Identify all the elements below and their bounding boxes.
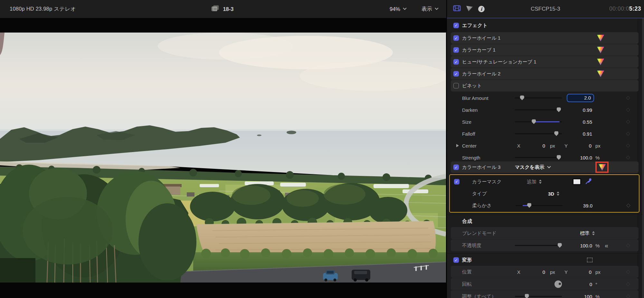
scale-all-slider[interactable] xyxy=(515,294,562,298)
param-row-position: 位置 X 0 px Y 0 px xyxy=(451,266,639,278)
center-x-unit: px xyxy=(550,143,555,148)
keyframe-diamond-icon[interactable] xyxy=(626,270,630,274)
zoom-menu-button[interactable]: 94% xyxy=(390,6,406,12)
darken-slider[interactable] xyxy=(515,107,562,112)
keyframe-diamond-icon[interactable] xyxy=(626,203,630,207)
center-y-value[interactable]: 0 xyxy=(572,143,592,148)
param-row-center: Center X 0 px Y 0 px xyxy=(451,139,639,151)
keyframe-diamond-icon[interactable] xyxy=(626,294,630,298)
blur-amount-value-field[interactable]: 2.0 xyxy=(567,94,594,102)
keyframe-diamond-icon[interactable] xyxy=(626,131,630,136)
inspector-scroll-rail[interactable] xyxy=(638,18,644,298)
effect-row-color-wheels-1[interactable]: カラーホイール 1 xyxy=(451,32,639,44)
color-mask-group-selected: カラーマスク 追加 xyxy=(449,174,639,213)
effect-checkbox[interactable] xyxy=(453,35,459,41)
param-row-falloff: Falloff 0.91 xyxy=(451,128,639,139)
color-cone-icon[interactable] xyxy=(596,70,605,78)
effects-checkbox[interactable] xyxy=(453,23,459,28)
scrollbar-strip[interactable] xyxy=(642,18,644,298)
y-axis-label: Y xyxy=(564,143,568,148)
mask-add-popup[interactable]: 追加 xyxy=(527,178,542,185)
effect-row-vignette[interactable]: ビネット xyxy=(451,80,639,91)
effect-checkbox[interactable] xyxy=(453,59,459,65)
opacity-slider[interactable] xyxy=(515,243,562,248)
position-y-value[interactable]: 0 xyxy=(572,269,592,274)
popup-stepper-icon xyxy=(539,179,542,184)
color-cone-icon[interactable] xyxy=(598,163,606,171)
eyedropper-icon[interactable] xyxy=(585,178,592,186)
keyframe-diamond-icon[interactable] xyxy=(626,243,630,247)
rotation-dial-icon[interactable] xyxy=(554,280,562,288)
param-row-mask-type: タイプ 3D xyxy=(451,187,639,199)
effect-checkbox[interactable] xyxy=(453,71,459,77)
transform-onscreen-controls-icon[interactable] xyxy=(587,258,592,262)
color-cone-icon[interactable] xyxy=(596,46,605,54)
section-separator xyxy=(447,215,642,215)
color-mask-checkbox[interactable] xyxy=(454,179,459,184)
scale-all-value[interactable]: 100 xyxy=(563,293,592,298)
param-row-size: Size 0.55 xyxy=(451,116,639,128)
mask-type-popup[interactable]: 3D xyxy=(548,191,559,196)
show-mask-menu-button[interactable]: マスクを表示 xyxy=(515,164,550,170)
keyframe-previous-icon[interactable]: « xyxy=(605,242,608,249)
param-label: ブレンドモード xyxy=(462,230,497,236)
viewer-pane: 1080p HD 23.98p ステレオ 18-3 94% xyxy=(0,0,446,298)
chevron-down-icon xyxy=(435,6,438,10)
falloff-slider[interactable] xyxy=(515,131,562,136)
x-axis-label: X xyxy=(517,143,520,148)
show-mask-menu-label: マスクを表示 xyxy=(515,164,544,170)
effect-row-color-curves-1[interactable]: カラーカーブ 1 xyxy=(451,44,639,56)
param-row-color-mask: カラーマスク 追加 xyxy=(451,176,639,187)
effect-label: カラーホイール 3 xyxy=(462,164,500,170)
effect-row-color-wheels-3[interactable]: カラーホイール 3 マスクを表示 xyxy=(451,161,639,173)
effect-checkbox-unchecked[interactable] xyxy=(453,83,459,89)
disclosure-triangle-icon[interactable] xyxy=(456,144,459,147)
blend-mode-popup[interactable]: 標準 xyxy=(580,230,595,236)
darken-value[interactable]: 0.99 xyxy=(563,107,592,112)
opacity-value[interactable]: 100.0 xyxy=(563,243,592,248)
softness-value[interactable]: 39.0 xyxy=(564,203,592,208)
strength-value[interactable]: 100.0 xyxy=(563,155,592,160)
blur-amount-slider[interactable] xyxy=(515,95,562,100)
compositing-section-label: 合成 xyxy=(462,218,472,225)
center-y-unit: px xyxy=(595,143,601,148)
timecode-bright: 5:23 xyxy=(629,5,641,12)
color-swatch[interactable] xyxy=(573,178,581,185)
position-x-value[interactable]: 0 xyxy=(526,269,545,274)
effect-row-hue-sat-curves-1[interactable]: ヒュー/サチュレーションカーブ 1 xyxy=(451,56,639,68)
keyframe-diamond-icon[interactable] xyxy=(626,120,630,124)
param-label: Center xyxy=(462,143,477,148)
effect-label: カラーカーブ 1 xyxy=(462,47,496,53)
rotation-value[interactable]: 0 xyxy=(563,281,592,287)
keyframe-diamond-icon[interactable] xyxy=(626,155,630,159)
annotation-highlight-box xyxy=(595,162,609,173)
inspector-pane: i CSFCP15-3 00:00:05:23 エフェクト カラーホイール 1 xyxy=(447,0,644,298)
center-x-value[interactable]: 0 xyxy=(526,143,545,148)
zoom-level: 94% xyxy=(390,6,400,12)
keyframe-diamond-icon[interactable] xyxy=(626,108,630,112)
param-row-blend-mode: ブレンドモード 標準 xyxy=(451,227,639,239)
param-label: Darken xyxy=(462,107,478,112)
viewer-toolbar-right: 94% 表示 xyxy=(390,0,438,18)
keyframe-diamond-icon[interactable] xyxy=(626,96,630,100)
effect-row-color-wheels-2[interactable]: カラーホイール 2 xyxy=(451,68,639,80)
effect-label: ヒュー/サチュレーションカーブ 1 xyxy=(462,59,536,65)
strength-slider[interactable] xyxy=(515,155,562,160)
color-cone-icon[interactable] xyxy=(596,58,605,66)
softness-slider[interactable] xyxy=(516,203,563,208)
keyframe-diamond-icon[interactable] xyxy=(626,143,630,148)
inspector-body: エフェクト カラーホイール 1 カラーカーブ 1 ヒュー/サチュレーションカーブ xyxy=(451,18,639,298)
transform-checkbox[interactable] xyxy=(453,257,459,263)
view-menu-button[interactable]: 表示 xyxy=(421,5,438,13)
effect-checkbox[interactable] xyxy=(453,165,459,170)
size-slider[interactable] xyxy=(515,119,562,124)
rotation-unit: ° xyxy=(595,281,597,287)
keyframe-diamond-icon[interactable] xyxy=(626,282,630,286)
effect-label: カラーホイール 1 xyxy=(462,35,500,41)
color-cone-icon[interactable] xyxy=(596,34,605,42)
falloff-value[interactable]: 0.91 xyxy=(563,131,592,136)
transform-section-label: 変形 xyxy=(462,257,472,264)
effect-checkbox[interactable] xyxy=(453,47,459,53)
param-label: 位置 xyxy=(462,269,472,275)
size-value[interactable]: 0.55 xyxy=(563,119,592,124)
